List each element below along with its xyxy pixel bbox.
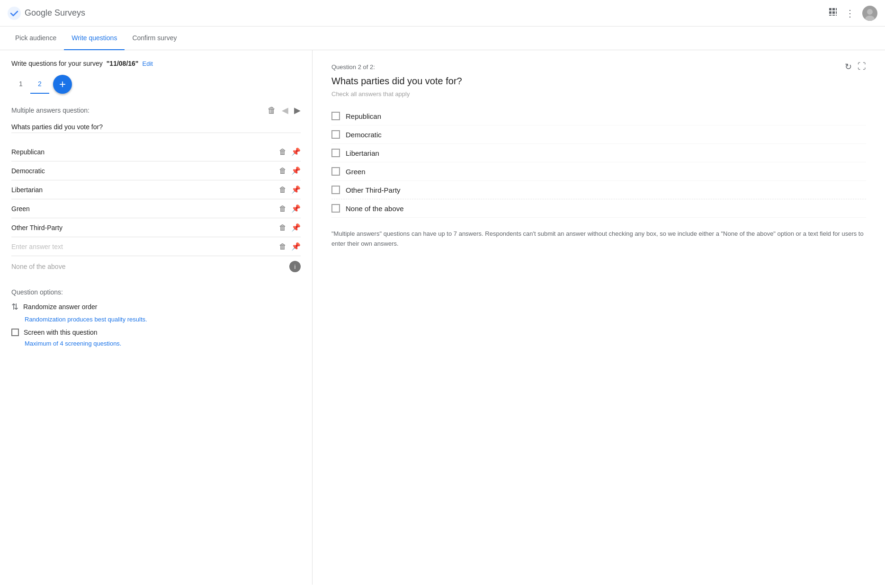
screen-label: Screen with this question — [24, 329, 98, 336]
preview-actions: ↻ ⛶ — [845, 62, 866, 72]
preview-checkbox[interactable] — [331, 186, 340, 194]
preview-answer-label: Other Third-Party — [346, 186, 401, 194]
preview-checkbox[interactable] — [331, 149, 340, 157]
randomize-label: Randomize answer order — [23, 303, 97, 311]
preview-instruction: Check all answers that apply — [331, 90, 866, 98]
add-question-button[interactable]: + — [53, 75, 72, 94]
preview-checkbox[interactable] — [331, 112, 340, 120]
question-tab-2[interactable]: 2 — [30, 75, 49, 94]
preview-checkbox[interactable] — [331, 130, 340, 139]
question-text-input[interactable] — [11, 121, 301, 133]
preview-question-text: Whats parties did you vote for? — [331, 76, 866, 87]
answer-icons: 🗑 📌 — [279, 242, 301, 251]
svg-point-10 — [867, 9, 873, 15]
delete-answer-icon[interactable]: 🗑 — [279, 167, 286, 175]
screen-row: Screen with this question — [11, 329, 301, 336]
pin-answer-icon[interactable]: 📌 — [291, 242, 301, 251]
move-back-icon[interactable]: ◀ — [282, 105, 288, 116]
answer-row: Libertarian 🗑 📌 — [11, 180, 301, 199]
pin-answer-icon[interactable]: 📌 — [291, 185, 301, 194]
none-above-label: None of the above — [11, 263, 65, 270]
info-icon[interactable]: i — [289, 261, 301, 272]
question-tabs: 1 2 + — [11, 75, 301, 94]
answer-row: Republican 🗑 📌 — [11, 143, 301, 161]
preview-answer-label: Libertarian — [346, 149, 379, 157]
answer-placeholder[interactable]: Enter answer text — [11, 243, 279, 250]
header-right: ⋮ — [828, 6, 877, 21]
answer-icons: 🗑 📌 — [279, 185, 301, 194]
expand-icon[interactable]: ⛶ — [858, 62, 866, 72]
preview-answer-row: Democratic — [331, 125, 866, 144]
delete-question-icon[interactable]: 🗑 — [268, 106, 276, 116]
header-left: Google Surveys — [8, 7, 85, 20]
pin-answer-icon[interactable]: 📌 — [291, 147, 301, 156]
answer-row: Enter answer text 🗑 📌 — [11, 237, 301, 256]
preview-checkbox[interactable] — [331, 167, 340, 176]
user-avatar[interactable] — [862, 6, 877, 21]
randomize-row: ⇅ Randomize answer order — [11, 302, 301, 312]
svg-rect-2 — [832, 8, 835, 10]
preview-answer-label: Democratic — [346, 131, 382, 139]
edit-link[interactable]: Edit — [143, 60, 153, 67]
pin-answer-icon[interactable]: 📌 — [291, 166, 301, 175]
svg-rect-8 — [832, 15, 835, 16]
grid-icon[interactable] — [828, 7, 838, 19]
answer-icons: 🗑 📌 — [279, 223, 301, 232]
updown-icon[interactable]: ⇅ — [11, 302, 18, 312]
answer-text: Democratic — [11, 167, 279, 175]
screen-hint: Maximum of 4 screening questions. — [25, 340, 301, 347]
randomize-hint: Randomization produces best quality resu… — [25, 316, 301, 323]
delete-answer-icon[interactable]: 🗑 — [279, 148, 286, 156]
svg-rect-7 — [829, 15, 831, 16]
pin-answer-icon[interactable]: 📌 — [291, 204, 301, 213]
svg-rect-3 — [836, 8, 837, 10]
delete-answer-icon[interactable]: 🗑 — [279, 242, 286, 251]
preview-answer-row: Libertarian — [331, 144, 866, 162]
answer-icons: 🗑 📌 — [279, 204, 301, 213]
tab-write-questions[interactable]: Write questions — [64, 27, 125, 50]
svg-point-0 — [8, 7, 21, 20]
answer-row: Democratic 🗑 📌 — [11, 161, 301, 180]
svg-rect-5 — [832, 11, 835, 14]
preview-info-text: "Multiple answers" questions can have up… — [331, 229, 866, 249]
answer-row: Green 🗑 📌 — [11, 199, 301, 218]
preview-checkbox[interactable] — [331, 204, 340, 213]
delete-answer-icon[interactable]: 🗑 — [279, 223, 286, 232]
google-logo — [8, 7, 21, 20]
answer-text: Libertarian — [11, 186, 279, 194]
answer-text: Other Third-Party — [11, 224, 279, 232]
pin-answer-icon[interactable]: 📌 — [291, 223, 301, 232]
main-area: Write questions for your survey "11/08/1… — [0, 50, 885, 585]
more-options-icon[interactable]: ⋮ — [845, 8, 855, 19]
right-panel: Question 2 of 2: ↻ ⛶ Whats parties did y… — [313, 50, 885, 585]
answer-icons: 🗑 📌 — [279, 147, 301, 156]
answer-icons: 🗑 📌 — [279, 166, 301, 175]
survey-title-row: Write questions for your survey "11/08/1… — [11, 60, 301, 67]
nav-tabs: Pick audience Write questions Confirm su… — [0, 27, 885, 50]
tab-pick-audience[interactable]: Pick audience — [8, 27, 64, 50]
app-title: Google Surveys — [25, 8, 85, 18]
refresh-icon[interactable]: ↻ — [845, 62, 852, 72]
svg-rect-1 — [829, 8, 831, 10]
answer-text: Green — [11, 205, 279, 213]
left-panel: Write questions for your survey "11/08/1… — [0, 50, 313, 585]
question-type-label: Multiple answers question: — [11, 107, 89, 114]
preview-answer-label: Green — [346, 168, 366, 176]
none-above-row: None of the above i — [11, 256, 301, 277]
screen-checkbox[interactable] — [11, 329, 19, 336]
question-tab-1[interactable]: 1 — [11, 75, 30, 94]
survey-title-prefix: Write questions for your survey — [11, 60, 103, 67]
tab-confirm-survey[interactable]: Confirm survey — [125, 27, 184, 50]
preview-answer-label: Republican — [346, 112, 381, 120]
question-type-row: Multiple answers question: 🗑 ◀ ▶ — [11, 105, 301, 116]
svg-point-11 — [865, 16, 875, 21]
answer-text: Republican — [11, 148, 279, 156]
move-forward-icon[interactable]: ▶ — [294, 105, 301, 116]
preview-answer-row: Other Third-Party — [331, 181, 866, 199]
survey-name: "11/08/16" — [107, 60, 139, 67]
delete-answer-icon[interactable]: 🗑 — [279, 205, 286, 213]
delete-answer-icon[interactable]: 🗑 — [279, 186, 286, 194]
question-options: Question options: ⇅ Randomize answer ord… — [11, 288, 301, 347]
preview-answer-row: None of the above — [331, 199, 866, 218]
question-num-label: Question 2 of 2: — [331, 63, 375, 71]
